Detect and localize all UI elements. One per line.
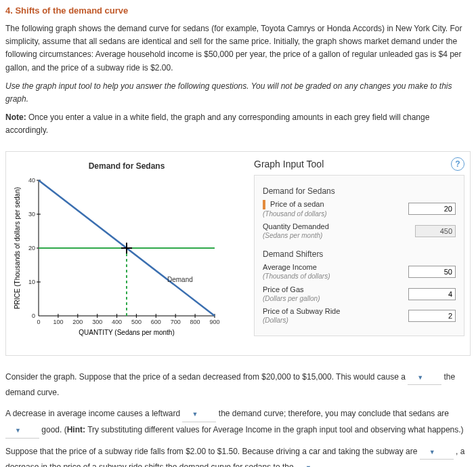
q1-text-a: Consider the graph. Suppose that the pri…	[5, 372, 408, 382]
demand-chart[interactable]: 0 10 20 30 40 0 100 200 300 400	[12, 174, 228, 350]
q2-dropdown-1[interactable]	[182, 406, 216, 422]
q3-text-c: .	[332, 462, 334, 467]
q3-dropdown-2[interactable]	[296, 460, 330, 467]
question-2: A decrease in average income causes a le…	[5, 406, 471, 439]
y-axis-label: PRICE (Thousands of dollars per sedan)	[14, 186, 21, 308]
help-icon[interactable]: ?	[451, 157, 464, 171]
section-demand: Demand for Sedans	[263, 186, 456, 196]
q2-text-a: A decrease in average income causes a le…	[5, 409, 182, 418]
price-indicator-icon	[263, 200, 265, 209]
section-shifters: Demand Shifters	[263, 249, 456, 259]
question-3: Suppose that the price of a subway ride …	[5, 444, 471, 467]
instruction-text: Use the graph input tool to help you ans…	[5, 80, 471, 106]
svg-text:100: 100	[53, 319, 63, 325]
gas-sublabel: (Dollars per gallon)	[263, 295, 320, 302]
q2-dropdown-2[interactable]	[5, 422, 39, 439]
note-text: Once you enter a value in a white field,…	[5, 113, 429, 135]
svg-text:200: 200	[72, 319, 83, 325]
income-sublabel: (Thousands of dollars)	[263, 272, 330, 280]
gas-label: Price of Gas	[263, 285, 304, 293]
qty-output: 450	[415, 225, 456, 237]
svg-text:800: 800	[190, 319, 200, 325]
income-input[interactable]	[408, 266, 456, 278]
hint-label: Hint:	[67, 425, 85, 434]
price-sublabel: (Thousand of dollars)	[263, 210, 327, 218]
svg-text:400: 400	[112, 319, 122, 325]
q2-text-c: good. (	[41, 425, 66, 434]
q1-dropdown[interactable]	[408, 369, 441, 386]
svg-text:30: 30	[28, 211, 35, 218]
svg-text:0: 0	[37, 319, 40, 325]
chart-title: Demand for Sedans	[12, 161, 242, 171]
intro-paragraph: The following graph shows the demand cur…	[5, 22, 471, 75]
demand-line-label: Demand	[167, 276, 193, 283]
subway-label: Price of a Subway Ride	[263, 307, 340, 315]
price-input[interactable]	[408, 203, 456, 215]
gas-input[interactable]	[408, 288, 456, 300]
svg-text:500: 500	[131, 319, 142, 325]
qty-sublabel: (Sedans per month)	[263, 232, 322, 239]
q3-text-a: Suppose that the price of a subway ride …	[5, 447, 420, 456]
q2-text-b: the demand curve; therefore, you may con…	[219, 409, 449, 418]
page-title: 4. Shifts of the demand curve	[5, 5, 471, 16]
income-label: Average Income	[263, 263, 317, 271]
qty-label: Quantity Demanded	[263, 222, 329, 230]
graph-tool-container: Demand for Sedans 0 10 20 30 40	[5, 151, 471, 356]
svg-text:900: 900	[209, 319, 219, 325]
input-tool-panel: Graph Input Tool ? Demand for Sedans Pri…	[254, 157, 464, 350]
svg-text:600: 600	[151, 319, 161, 325]
question-1: Consider the graph. Suppose that the pri…	[5, 369, 471, 401]
tool-header: Graph Input Tool	[254, 159, 324, 169]
note-paragraph: Note: Once you enter a value in a white …	[5, 111, 471, 137]
svg-text:10: 10	[28, 279, 35, 285]
q3-dropdown-1[interactable]	[420, 444, 454, 460]
svg-text:700: 700	[171, 319, 181, 325]
svg-text:300: 300	[92, 319, 102, 325]
subway-sublabel: (Dollars)	[263, 317, 288, 324]
price-label: Price of a sedan	[270, 200, 324, 208]
note-label: Note:	[5, 113, 26, 122]
svg-text:0: 0	[32, 312, 35, 319]
hint-text: Try substituting different values for Av…	[85, 425, 464, 434]
chart-panel: Demand for Sedans 0 10 20 30 40	[12, 157, 242, 350]
x-axis-label: QUANTITY (Sedans per month)	[79, 329, 175, 336]
svg-text:40: 40	[28, 177, 35, 184]
svg-text:20: 20	[28, 245, 35, 251]
subway-input[interactable]	[408, 310, 456, 322]
